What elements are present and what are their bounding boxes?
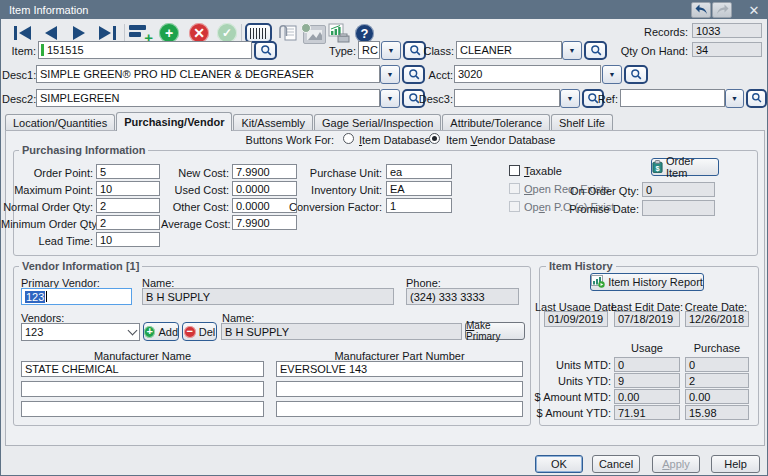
acct-input[interactable]: 3020 [454, 65, 601, 83]
average-cost-label: Average Cost: [161, 218, 229, 230]
order-item-clipboard-icon: $ [652, 160, 663, 175]
ref-label: Ref: [597, 93, 618, 105]
radio-item-vendor-database-label[interactable]: Item Vendor Database [446, 134, 555, 146]
purchase-unit-label: Purchase Unit: [296, 167, 382, 179]
tab-purchasing-vendor[interactable]: Purchasing/Vendor [116, 112, 232, 131]
average-cost-input[interactable]: 7.9900 [232, 215, 297, 230]
item-search-button[interactable] [254, 41, 277, 60]
lead-time-input[interactable]: 10 [96, 232, 160, 247]
taxable-label[interactable]: Taxable [524, 165, 562, 177]
phone-field: (324) 333 3333 [406, 288, 519, 305]
item-input[interactable]: 151515 [38, 41, 252, 59]
primary-vendor-name-field: B H SUPPLY [142, 288, 394, 305]
manufacturer-name-input[interactable] [21, 381, 264, 397]
desc2-dropdown-button[interactable]: ▼ [380, 89, 400, 108]
confirm-record-button[interactable]: ✓ [217, 23, 237, 43]
tab-location-quantities[interactable]: Location/Quantities [5, 114, 115, 131]
attachments-button[interactable] [276, 23, 300, 43]
radio-item-database-label[interactable]: Item Database [359, 134, 431, 146]
add-vendor-button[interactable]: +Add [143, 322, 179, 341]
photo-button[interactable] [303, 25, 326, 44]
apply-button: Apply [652, 455, 700, 473]
manufacturer-name-input[interactable]: STATE CHEMICAL [21, 361, 264, 377]
undo-button[interactable] [691, 2, 711, 18]
cancel-button[interactable]: Cancel [592, 455, 640, 473]
type-dropdown-button[interactable]: ▼ [381, 41, 401, 60]
inventory-unit-input[interactable]: EA [386, 181, 452, 196]
first-record-button[interactable] [9, 22, 35, 44]
class-search-button[interactable] [584, 41, 607, 60]
open-po-exist-checkbox [509, 201, 520, 212]
next-record-icon [73, 26, 85, 40]
maximum-point-input[interactable]: 10 [96, 181, 160, 196]
barcode-button[interactable] [245, 23, 272, 43]
order-item-button[interactable]: $ Order Item [651, 158, 719, 176]
manufacturer-part-input[interactable]: EVERSOLVE 143 [276, 361, 523, 377]
create-date-field: 12/26/2018 [685, 311, 749, 327]
ref-dropdown-button[interactable]: ▼ [725, 89, 744, 108]
acct-search-button[interactable] [624, 65, 648, 84]
type-input[interactable]: RC [358, 41, 380, 59]
last-usage-date-field: 01/09/2019 [544, 311, 608, 327]
ref-search-button[interactable] [746, 89, 767, 108]
purchase-unit-input[interactable]: ea [386, 164, 452, 179]
desc3-dropdown-button[interactable]: ▼ [560, 89, 580, 108]
delete-record-button[interactable]: ✕ [189, 23, 209, 43]
records-field: 1033 [692, 23, 762, 38]
conversion-factor-input[interactable]: 1 [386, 198, 452, 213]
toolbar-separator [241, 24, 242, 42]
minimum-order-qty-input[interactable]: 2 [96, 215, 160, 230]
item-history-report-button[interactable]: Item History Report [590, 273, 704, 291]
vendors-combobox[interactable]: 123 [21, 323, 140, 341]
class-input[interactable]: CLEANER [456, 41, 562, 59]
qty-on-hand-label: Qty On Hand: [596, 45, 688, 57]
new-cost-input[interactable]: 7.9900 [232, 164, 297, 179]
item-information-window: Item Information ✕ + + ✕ ✓ ? Records: 10… [0, 0, 768, 476]
desc2-input[interactable]: SIMPLEGREEN [36, 89, 380, 107]
manufacturer-part-input[interactable] [276, 381, 523, 397]
close-icon: ✕ [749, 3, 760, 18]
used-cost-label: Used Cost: [161, 184, 229, 196]
tab-kit-assembly[interactable]: Kit/Assembly [233, 114, 313, 131]
acct-dropdown-button[interactable]: ▼ [602, 65, 622, 84]
desc3-input[interactable] [454, 89, 560, 107]
search-icon [409, 44, 421, 58]
desc1-dropdown-button[interactable]: ▼ [380, 65, 400, 84]
tab-attribute-tolerance[interactable]: Attribute/Tolerance [442, 114, 550, 131]
ok-button[interactable]: OK [535, 455, 583, 473]
vendor-information-title: Vendor Information [1] [19, 260, 142, 272]
purchase-column-header: Purchase [685, 342, 749, 354]
vendor-name-field: B H SUPPLY [221, 323, 462, 340]
tab-bar: Location/Quantities Purchasing/Vendor Ki… [5, 112, 614, 131]
order-point-input[interactable]: 5 [96, 164, 160, 179]
manufacturer-name-input[interactable] [21, 401, 264, 417]
taxable-checkbox[interactable] [509, 165, 520, 176]
primary-vendor-input[interactable]: 123 [21, 288, 132, 305]
add-record-button[interactable]: + [159, 23, 179, 43]
make-primary-button[interactable]: Make Primary [465, 322, 525, 340]
used-cost-input[interactable]: 0.0000 [232, 181, 297, 196]
search-icon [260, 44, 272, 58]
dropdown-arrow-icon: ▼ [569, 47, 576, 54]
report-print-button[interactable] [328, 23, 352, 43]
delete-vendor-button[interactable]: −Del [182, 322, 217, 341]
desc1-input[interactable]: SIMPLE GREEN® PRO HD CLEANER & DEGREASER [36, 65, 380, 83]
radio-item-database[interactable] [343, 133, 354, 144]
normal-order-qty-input[interactable]: 2 [96, 198, 160, 213]
manufacturer-part-input[interactable] [276, 401, 523, 417]
item-history-title: Item History [546, 260, 616, 272]
radio-item-vendor-database[interactable] [429, 133, 440, 144]
redo-button[interactable] [712, 2, 732, 18]
tab-gage-serial-inspection[interactable]: Gage Serial/Inspection [314, 114, 441, 131]
desc2-label: Desc2: [2, 93, 35, 105]
tab-shelf-life[interactable]: Shelf Life [551, 114, 613, 131]
help-button[interactable]: Help [711, 455, 760, 473]
promise-date-field [642, 200, 715, 216]
purchasing-information-title: Purchasing Information [19, 144, 148, 156]
ref-input[interactable] [620, 89, 725, 107]
previous-record-icon [45, 26, 57, 40]
class-dropdown-button[interactable]: ▼ [562, 41, 582, 60]
class-label: Class: [423, 45, 454, 57]
units-mtd-purchase-field: 0 [685, 357, 749, 372]
close-button[interactable]: ✕ [741, 1, 767, 19]
